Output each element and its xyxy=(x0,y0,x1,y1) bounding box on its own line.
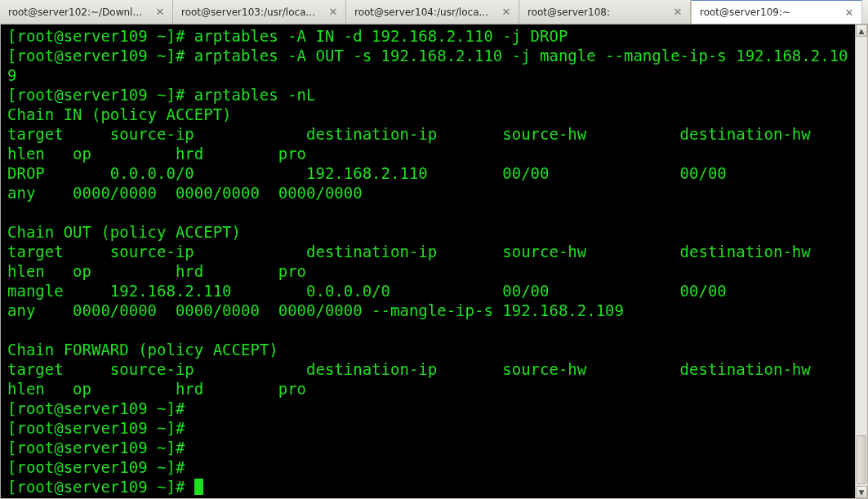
terminal[interactable]: [root@server109 ~]# arptables -A IN -d 1… xyxy=(1,25,855,498)
tab-server102[interactable]: root@server102:~/Downl... ✕ xyxy=(0,0,173,24)
tab-server108[interactable]: root@server108: ✕ xyxy=(519,0,691,24)
close-icon[interactable]: ✕ xyxy=(844,7,855,18)
close-icon[interactable]: ✕ xyxy=(154,7,166,18)
scroll-up-button[interactable]: ▲ xyxy=(856,25,867,37)
scroll-thumb[interactable] xyxy=(857,435,866,484)
tab-server103[interactable]: root@server103:/usr/loca... ✕ xyxy=(173,0,346,24)
close-icon[interactable]: ✕ xyxy=(327,7,339,18)
tab-label: root@server104:/usr/loca... xyxy=(354,7,496,18)
terminal-container: [root@server109 ~]# arptables -A IN -d 1… xyxy=(0,25,868,499)
vertical-scrollbar[interactable]: ▲ ▼ xyxy=(855,25,867,498)
scroll-down-button[interactable]: ▼ xyxy=(856,486,867,498)
tab-label: root@server103:/usr/loca... xyxy=(181,7,323,18)
cursor xyxy=(194,479,203,495)
tab-label: root@server109:~ xyxy=(700,7,839,18)
tab-label: root@server108: xyxy=(527,7,667,18)
tab-server109[interactable]: root@server109:~ ✕ xyxy=(691,0,862,24)
close-icon[interactable]: ✕ xyxy=(501,7,512,18)
tab-label: root@server102:~/Downl... xyxy=(8,7,149,18)
scroll-track[interactable] xyxy=(856,37,867,486)
tab-server104[interactable]: root@server104:/usr/loca... ✕ xyxy=(346,0,519,24)
close-icon[interactable]: ✕ xyxy=(672,7,683,18)
tab-bar: root@server102:~/Downl... ✕ root@server1… xyxy=(0,0,868,25)
